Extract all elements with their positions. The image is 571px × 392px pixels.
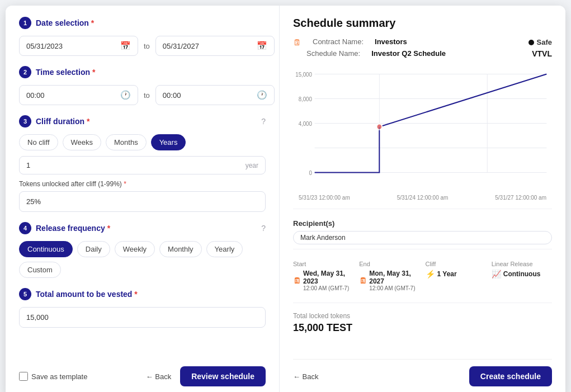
start-time-input[interactable]: 🕐 (19, 85, 138, 105)
cliff-pill-months[interactable]: Months (106, 134, 147, 150)
linear-icon: 📈 (492, 270, 501, 278)
date-selection-section: 1 Date selection * 📅 to 📅 (19, 17, 266, 56)
total-label: Total locked tokens (293, 312, 552, 320)
start-time-field[interactable] (26, 91, 120, 100)
cliff-help-icon[interactable]: ? (261, 117, 266, 126)
safe-label: Safe (537, 38, 552, 46)
end-date-field[interactable] (163, 42, 257, 50)
start-cell: Start 🗓 Wed, May 31, 2023 12:00 AM (GMT-… (293, 261, 353, 291)
section-number-1: 1 (19, 17, 31, 29)
section-number-2: 2 (19, 66, 31, 78)
frequency-pill-group: Continuous Daily Weekly Monthly Yearly C… (19, 241, 266, 278)
total-section: Total locked tokens 15,000 TEST (293, 312, 552, 334)
start-calendar-icon: 🗓 (293, 276, 301, 285)
chart-x-label-1: 5/31/23 12:00:00 am (299, 195, 350, 201)
chart-x-label-2: 5/31/24 12:00:00 am (397, 195, 449, 201)
date-row: 📅 to 📅 (19, 36, 266, 56)
start-date-field[interactable] (26, 42, 120, 50)
calendar-icon-start[interactable]: 📅 (120, 41, 131, 51)
end-time-field[interactable] (163, 91, 257, 100)
schedule-value: Investor Q2 Schedule (371, 49, 446, 58)
section-number-5: 5 (19, 288, 31, 300)
cliff-pill-nocliff[interactable]: No cliff (19, 134, 58, 150)
cliff-pill-years[interactable]: Years (151, 134, 186, 150)
save-template-label[interactable]: Save as template (19, 372, 87, 381)
linear-value-text: Continuous (503, 270, 541, 278)
frequency-section-title: Release frequency * (36, 224, 110, 233)
vtvl-label: VTVL (532, 49, 552, 58)
left-back-button[interactable]: ← Back (146, 372, 172, 381)
cliff-value-text: 1 Year (437, 270, 457, 278)
linear-cell-value: 📈 Continuous (492, 270, 552, 278)
frequency-pill-weekly[interactable]: Weekly (115, 241, 155, 257)
recipients-label: Recipient(s) (293, 219, 552, 228)
summary-title: Schedule summary (293, 17, 552, 30)
end-cell-value: 🗓 Mon, May 31, 2027 12:00 AM (GMT-7) (359, 270, 419, 291)
amount-section: 5 Total amount to be vested * (19, 288, 266, 328)
chart-x-label-3: 5/31/27 12:00:00 am (495, 195, 546, 201)
review-schedule-button[interactable]: Review schedule (180, 366, 266, 386)
start-cell-value: 🗓 Wed, May 31, 2023 12:00 AM (GMT-7) (293, 270, 353, 291)
svg-text:15,000: 15,000 (295, 71, 312, 77)
chart-x-labels: 5/31/23 12:00:00 am 5/31/24 12:00:00 am … (293, 195, 552, 201)
frequency-pill-monthly[interactable]: Monthly (159, 241, 202, 257)
right-bottom-bar: ← Back Create schedule (293, 359, 552, 386)
end-date-value: Mon, May 31, 2027 (369, 270, 419, 285)
end-time-input[interactable]: 🕐 (155, 85, 275, 105)
linear-cell: Linear Release 📈 Continuous (492, 261, 552, 291)
contract-label: Contract Name: (313, 37, 364, 47)
frequency-help-icon[interactable]: ? (261, 224, 266, 233)
date-section-title: Date selection * (36, 18, 94, 27)
frequency-section: 4 Release frequency * ? Continuous Daily… (19, 222, 266, 278)
section-number-4: 4 (19, 222, 31, 234)
right-panel: Schedule summary 🗓 Contract Name: Invest… (280, 6, 565, 392)
total-value: 15,000 TEST (293, 322, 552, 334)
clock-icon-end[interactable]: 🕐 (257, 90, 267, 100)
date-to-label: to (144, 42, 150, 50)
schedule-label: Schedule Name: (306, 49, 360, 58)
safe-badge: Safe (528, 37, 552, 47)
recipient-chip: Mark Anderson (293, 231, 552, 244)
amount-section-header: 5 Total amount to be vested * (19, 288, 266, 300)
cliff-cell-value: ⚡ 1 Year (426, 270, 486, 278)
left-bottom-bar: Save as template ← Back Review schedule (19, 360, 266, 386)
create-schedule-button[interactable]: Create schedule (469, 366, 552, 386)
tokens-unlocked-input[interactable] (19, 191, 266, 212)
end-date-input[interactable]: 📅 (155, 36, 275, 56)
cliff-value-input[interactable]: year (19, 156, 266, 174)
frequency-pill-yearly[interactable]: Yearly (206, 241, 243, 257)
start-date-input[interactable]: 📅 (19, 36, 138, 56)
cliff-pill-weeks[interactable]: Weeks (63, 134, 102, 150)
cliff-unit-label: year (246, 162, 258, 169)
svg-text:0: 0 (309, 169, 312, 176)
contract-info-row: 🗓 Contract Name: Investors Safe (293, 37, 552, 47)
cliff-pill-group: No cliff Weeks Months Years (19, 134, 266, 150)
clock-icon-start[interactable]: 🕐 (120, 90, 131, 100)
time-section-title: Time selection * (36, 68, 95, 77)
frequency-pill-custom[interactable]: Custom (19, 262, 61, 278)
svg-text:4,000: 4,000 (299, 120, 312, 126)
calendar-icon-end[interactable]: 📅 (257, 41, 267, 51)
cliff-cell-label: Cliff (426, 261, 486, 267)
end-calendar-icon: 🗓 (359, 276, 367, 285)
right-back-button[interactable]: ← Back (293, 372, 319, 381)
date-section-header: 1 Date selection * (19, 17, 266, 29)
divider-2 (293, 249, 552, 249)
save-template-checkbox[interactable] (19, 372, 28, 381)
contract-value: Investors (375, 37, 407, 47)
frequency-pill-continuous[interactable]: Continuous (19, 241, 73, 257)
end-cell: End 🗓 Mon, May 31, 2027 12:00 AM (GMT-7) (359, 261, 419, 291)
linear-cell-label: Linear Release (492, 261, 552, 267)
safe-dot-icon (528, 40, 534, 45)
time-row: 🕐 to 🕐 (19, 85, 266, 105)
start-time-value: 12:00 AM (GMT-7) (303, 285, 353, 291)
end-time-value: 12:00 AM (GMT-7) (369, 285, 419, 291)
contract-icon: 🗓 (293, 37, 301, 47)
cliff-value-field[interactable] (26, 161, 246, 169)
frequency-pill-daily[interactable]: Daily (77, 241, 110, 257)
save-template-text: Save as template (31, 372, 87, 381)
time-to-label: to (144, 91, 150, 100)
amount-input[interactable] (19, 307, 266, 328)
schedule-info-row: Schedule Name: Investor Q2 Schedule VTVL (293, 49, 552, 58)
left-panel: 1 Date selection * 📅 to 📅 2 Time selecti… (6, 6, 280, 392)
